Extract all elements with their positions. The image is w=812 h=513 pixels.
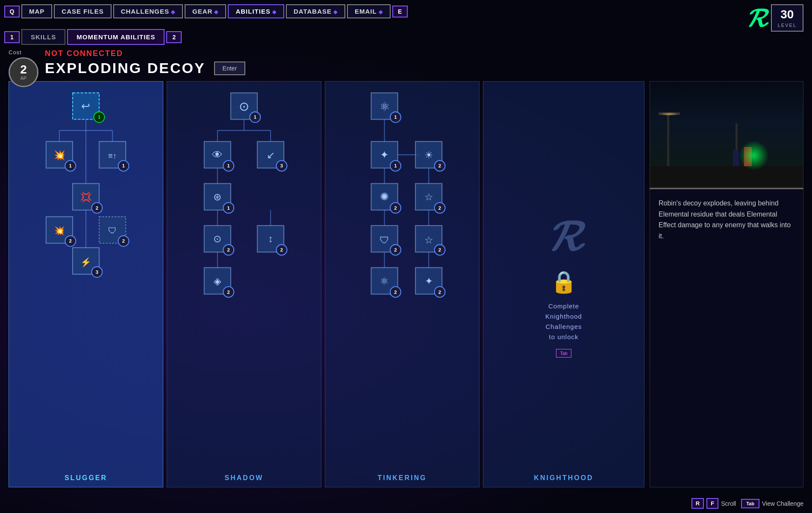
- svg-text:👁: 👁: [212, 149, 223, 161]
- knighthood-tree: 𝓡 🔒 CompleteKnighthoodChallengesto unloc…: [483, 81, 644, 487]
- tab-momentum[interactable]: MOMENTUM ABILITIES: [67, 29, 165, 45]
- ap-circle: 2 AP: [9, 57, 38, 87]
- view-challenge-hint: Tab View Challenge: [741, 499, 803, 508]
- secondary-navigation: 1 SKILLS MOMENTUM ABILITIES 2: [4, 29, 182, 45]
- skill-description: Robin's decoy explodes, leaving behind E…: [650, 189, 803, 487]
- svg-text:⊛: ⊛: [213, 191, 221, 202]
- slugger-tree[interactable]: ↩ 1 💥 1 ≡↑ 1: [9, 81, 163, 487]
- svg-text:2: 2: [69, 238, 72, 243]
- nav-gear[interactable]: GEAR◆: [185, 4, 226, 18]
- right-panel: Robin's decoy explodes, leaving behind E…: [650, 81, 803, 487]
- svg-text:💥: 💥: [53, 149, 66, 161]
- svg-text:2: 2: [438, 163, 441, 168]
- knighthood-logo-icon: 𝓡: [547, 211, 580, 261]
- skill-name: EXPLODING DECOY: [45, 60, 206, 76]
- skill-description-text: Robin's decoy explodes, leaving behind E…: [659, 198, 794, 241]
- skill-trees: ↩ 1 💥 1 ≡↑ 1: [9, 81, 644, 487]
- gear-diamond: ◆: [214, 9, 218, 15]
- level-label: LEVEL: [778, 23, 797, 28]
- character-info: 𝓡 30 LEVEL: [746, 4, 803, 32]
- svg-text:↙: ↙: [267, 150, 275, 161]
- level-number: 30: [778, 8, 797, 21]
- scroll-hint: R F Scroll: [691, 498, 736, 509]
- tab-skills[interactable]: SKILLS: [21, 29, 65, 45]
- key-2[interactable]: 2: [166, 31, 182, 43]
- svg-text:2: 2: [227, 290, 230, 295]
- svg-text:2: 2: [394, 205, 397, 211]
- svg-text:⊙: ⊙: [239, 100, 249, 113]
- tinkering-tree[interactable]: ⚛ 1 ✦ 1 ☀ 2 ✺: [325, 81, 480, 487]
- top-navigation: Q MAP CASE FILES CHALLENGES◆ GEAR◆ ABILI…: [4, 4, 408, 18]
- ap-label: AP: [21, 76, 27, 81]
- skill-banner: NOT CONNECTED EXPLODING DECOY Enter: [45, 49, 245, 76]
- key-1[interactable]: 1: [4, 31, 20, 43]
- svg-text:3: 3: [96, 270, 98, 275]
- tab-key[interactable]: Tab: [741, 499, 759, 508]
- nav-map[interactable]: MAP: [21, 4, 52, 18]
- svg-text:✦: ✦: [380, 149, 389, 161]
- svg-text:2: 2: [394, 290, 397, 295]
- svg-text:◈: ◈: [214, 276, 221, 287]
- svg-text:2: 2: [438, 290, 441, 295]
- lock-icon: 🔒: [550, 270, 577, 294]
- cost-label: Cost: [9, 49, 38, 56]
- skill-image: [650, 81, 803, 188]
- svg-text:2: 2: [227, 247, 230, 252]
- tab-badge: Tab: [556, 349, 571, 358]
- view-challenge-label: View Challenge: [762, 500, 803, 507]
- bottom-bar: R F Scroll Tab View Challenge: [691, 498, 803, 509]
- svg-text:☀: ☀: [424, 150, 433, 161]
- shadow-tree-diagram: ⊙ 1 👁 1 ↙ 3: [171, 88, 318, 336]
- nav-case-files[interactable]: CASE FILES: [54, 4, 111, 18]
- svg-text:2: 2: [394, 247, 397, 252]
- svg-text:↕: ↕: [268, 233, 273, 244]
- shadow-label: SHADOW: [225, 474, 264, 482]
- svg-text:1: 1: [227, 163, 230, 168]
- abilities-diamond: ◆: [272, 9, 277, 15]
- scroll-label: Scroll: [721, 500, 736, 507]
- e-key[interactable]: E: [392, 6, 408, 18]
- enter-button[interactable]: Enter: [214, 62, 245, 75]
- svg-text:⊙: ⊙: [213, 233, 221, 244]
- level-display: 30 LEVEL: [771, 4, 803, 32]
- unlock-text: CompleteKnighthoodChallengesto unlock: [545, 301, 582, 342]
- r-key[interactable]: R: [691, 498, 704, 509]
- svg-text:3: 3: [280, 163, 283, 168]
- svg-text:1: 1: [394, 114, 397, 120]
- slugger-label: SLUGGER: [65, 474, 107, 482]
- nav-database[interactable]: DATABASE◆: [286, 4, 345, 18]
- svg-text:💢: 💢: [80, 191, 92, 203]
- ap-cost: 2: [20, 64, 27, 76]
- svg-text:✺: ✺: [380, 191, 389, 202]
- svg-text:1: 1: [69, 163, 72, 168]
- nav-email[interactable]: EMAIL◆: [347, 4, 391, 18]
- knighthood-label: KNIGHTHOOD: [534, 474, 593, 482]
- nav-abilities[interactable]: ABILITIES◆: [228, 4, 284, 18]
- svg-text:2: 2: [438, 247, 441, 252]
- nav-challenges[interactable]: CHALLENGES◆: [113, 4, 183, 18]
- tinkering-tree-diagram: ⚛ 1 ✦ 1 ☀ 2 ✺: [329, 88, 476, 336]
- svg-text:1: 1: [394, 163, 397, 168]
- svg-text:≡↑: ≡↑: [108, 151, 117, 160]
- svg-text:✦: ✦: [425, 276, 433, 287]
- svg-text:2: 2: [280, 247, 283, 252]
- robin-logo-icon: 𝓡: [746, 5, 766, 31]
- main-content: ↩ 1 💥 1 ≡↑ 1: [9, 81, 803, 487]
- svg-text:⚛: ⚛: [380, 100, 390, 113]
- cost-section: Cost 2 AP: [9, 49, 38, 87]
- svg-text:1: 1: [254, 114, 257, 120]
- shadow-tree[interactable]: ⊙ 1 👁 1 ↙ 3: [167, 81, 321, 487]
- slugger-tree-diagram: ↩ 1 💥 1 ≡↑ 1: [12, 88, 159, 336]
- svg-text:1: 1: [122, 163, 125, 168]
- svg-text:1: 1: [98, 114, 101, 120]
- svg-text:💥: 💥: [54, 225, 65, 236]
- svg-text:🛡: 🛡: [380, 235, 389, 246]
- svg-text:⚛: ⚛: [380, 276, 389, 287]
- database-diamond: ◆: [333, 9, 338, 15]
- q-key[interactable]: Q: [4, 6, 20, 18]
- f-key[interactable]: F: [706, 498, 718, 509]
- svg-text:☆: ☆: [424, 191, 433, 202]
- svg-text:⚡: ⚡: [80, 257, 91, 268]
- svg-text:2: 2: [96, 205, 98, 211]
- tinkering-label: TINKERING: [378, 474, 427, 482]
